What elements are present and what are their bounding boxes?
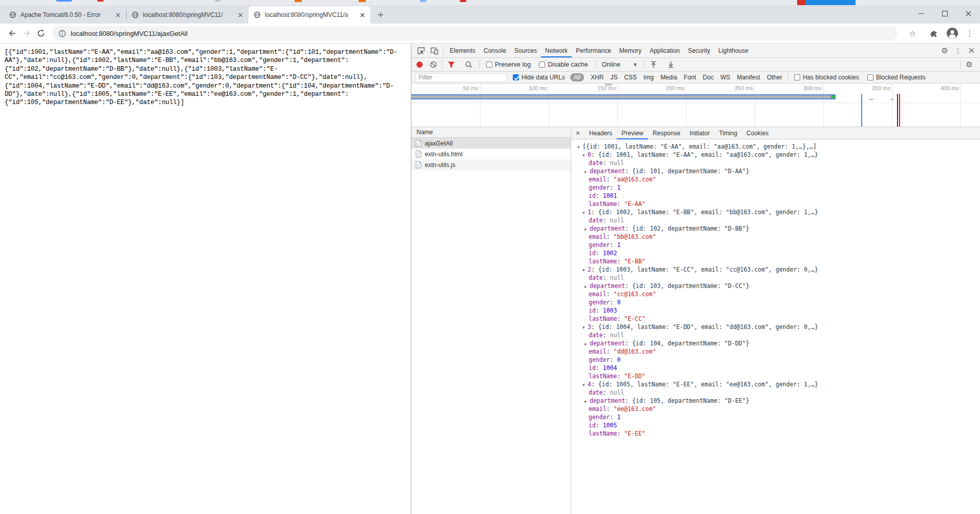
- tree-prop-gender[interactable]: gender: 1: [571, 183, 980, 192]
- browser-tab-tomcat-error[interactable]: Apache Tomcat/8.0.50 - Error: [4, 6, 126, 24]
- window-close-button[interactable]: [956, 5, 980, 22]
- tree-prop-date[interactable]: date: null: [571, 274, 980, 282]
- throttling-dropdown[interactable]: Online ▼: [602, 61, 637, 68]
- expand-triangle-icon[interactable]: ▸: [585, 168, 590, 176]
- new-tab-button[interactable]: [373, 8, 388, 22]
- devtools-tab-network[interactable]: Network: [541, 44, 572, 57]
- clear-network-log-icon[interactable]: [427, 58, 440, 71]
- tree-prop-date[interactable]: date: null: [571, 331, 980, 339]
- expand-triangle-icon[interactable]: ▾: [582, 381, 588, 389]
- expand-triangle-icon[interactable]: ▸: [585, 282, 590, 291]
- tree-prop-lastname[interactable]: lastName: "E-DD": [571, 372, 980, 380]
- timeline-selection-grip[interactable]: [604, 84, 613, 86]
- tree-prop-lastname[interactable]: lastName: "E-CC": [571, 315, 980, 323]
- detail-tab-response[interactable]: Response: [648, 127, 685, 139]
- tree-prop-id[interactable]: id: 1003: [571, 306, 980, 315]
- network-settings-gear-icon[interactable]: ⚙: [963, 58, 976, 71]
- browser-tab-ajaxgetall-active[interactable]: localhost:8080/springMVC11/a: [248, 6, 370, 24]
- tree-root-row[interactable]: ▾[{id: 1001, lastName: "E-AA", email: "a…: [571, 142, 980, 151]
- expand-triangle-icon[interactable]: ▾: [582, 209, 588, 217]
- preserve-log-checkbox[interactable]: [486, 61, 492, 68]
- tree-prop-id[interactable]: id: 1004: [571, 364, 980, 372]
- inspect-element-icon[interactable]: [414, 44, 428, 57]
- search-icon[interactable]: [462, 58, 475, 71]
- forward-button[interactable]: [19, 26, 34, 40]
- tree-index-row-1[interactable]: ▾1: {id: 1002, lastName: "E-BB", email: …: [571, 208, 980, 216]
- tree-prop-id[interactable]: id: 1002: [571, 249, 980, 257]
- tree-index-row-4[interactable]: ▾4: {id: 1005, lastName: "E-EE", email: …: [571, 380, 980, 388]
- filter-input[interactable]: [415, 73, 507, 82]
- expand-triangle-icon[interactable]: ▸: [585, 397, 590, 405]
- tab-close-icon[interactable]: [358, 11, 366, 19]
- request-row-extn-utils.html[interactable]: extn-utils.html: [411, 149, 571, 159]
- filter-type-js[interactable]: JS: [610, 74, 617, 81]
- tab-close-icon[interactable]: [114, 11, 122, 19]
- devtools-tab-application[interactable]: Application: [645, 44, 684, 57]
- expand-triangle-icon[interactable]: ▸: [585, 340, 590, 348]
- tree-prop-department[interactable]: ▸department: {id: 103, departmentName: "…: [571, 282, 980, 290]
- reload-button[interactable]: [34, 26, 48, 40]
- filter-type-manifest[interactable]: Manifest: [737, 74, 760, 81]
- devtools-menu-icon[interactable]: ⋮: [951, 44, 965, 57]
- filter-type-all[interactable]: All: [570, 73, 584, 81]
- filter-type-img[interactable]: Img: [643, 74, 654, 81]
- extensions-puzzle-icon[interactable]: [927, 26, 941, 40]
- window-maximize-button[interactable]: [933, 5, 956, 22]
- record-network-log-icon[interactable]: [416, 61, 423, 68]
- filter-type-ws[interactable]: WS: [720, 74, 730, 81]
- detail-tab-timing[interactable]: Timing: [714, 127, 742, 139]
- browser-menu-icon[interactable]: ⋮: [963, 26, 977, 40]
- tree-prop-department[interactable]: ▸department: {id: 101, departmentName: "…: [571, 167, 980, 175]
- tree-index-row-3[interactable]: ▾3: {id: 1004, lastName: "E-DD", email: …: [571, 323, 980, 331]
- detail-tab-cookies[interactable]: Cookies: [742, 127, 773, 139]
- devtools-settings-gear-icon[interactable]: ⚙: [938, 44, 951, 57]
- tree-prop-id[interactable]: id: 1001: [571, 192, 980, 200]
- request-row-ajaxGetAll[interactable]: ajaxGetAll: [411, 138, 571, 149]
- device-toolbar-icon[interactable]: [428, 44, 441, 57]
- tab-close-icon[interactable]: [236, 11, 244, 19]
- timeline-selected-window-bar[interactable]: [411, 94, 836, 99]
- has-blocked-cookies-checkbox[interactable]: [794, 74, 800, 80]
- hide-data-urls-checkbox[interactable]: [513, 74, 519, 80]
- tree-prop-gender[interactable]: gender: 1: [571, 413, 980, 421]
- tree-prop-date[interactable]: date: null: [571, 388, 980, 397]
- filter-type-font[interactable]: Font: [684, 74, 696, 81]
- expand-triangle-icon[interactable]: ▾: [582, 323, 588, 332]
- devtools-tab-memory[interactable]: Memory: [615, 44, 645, 57]
- detail-tab-initiator[interactable]: Initiator: [685, 127, 714, 139]
- filter-type-css[interactable]: CSS: [624, 74, 637, 81]
- filter-type-doc[interactable]: Doc: [703, 74, 714, 81]
- back-button[interactable]: [5, 26, 19, 40]
- requests-name-column-header[interactable]: Name: [411, 127, 571, 138]
- tree-prop-lastname[interactable]: lastName: "E-BB": [571, 257, 980, 265]
- tree-index-row-2[interactable]: ▾2: {id: 1003, lastName: "E-CC", email: …: [571, 265, 980, 274]
- window-minimize-button[interactable]: [909, 5, 933, 22]
- export-har-icon[interactable]: [664, 58, 677, 71]
- tree-prop-department[interactable]: ▸department: {id: 105, departmentName: "…: [571, 397, 980, 405]
- devtools-close-icon[interactable]: [965, 44, 978, 57]
- tree-prop-gender[interactable]: gender: 1: [571, 241, 980, 249]
- import-har-icon[interactable]: [647, 58, 660, 71]
- tree-prop-gender[interactable]: gender: 0: [571, 356, 980, 364]
- devtools-tab-console[interactable]: Console: [479, 44, 510, 57]
- devtools-tab-lighthouse[interactable]: Lighthouse: [714, 44, 753, 57]
- filter-type-xhr[interactable]: XHR: [591, 74, 603, 81]
- expand-triangle-icon[interactable]: ▾: [577, 143, 582, 151]
- expand-triangle-icon[interactable]: ▾: [582, 151, 588, 159]
- address-bar[interactable]: localhost:8080/springMVC11/ajaxGetAll: [52, 26, 898, 40]
- tree-prop-lastname[interactable]: lastName: "E-AA": [571, 200, 980, 208]
- devtools-tab-sources[interactable]: Sources: [510, 44, 541, 57]
- network-overview-timeline[interactable]: 50 ms100 ms150 ms200 ms250 ms300 ms350 m…: [411, 84, 980, 127]
- profile-avatar[interactable]: [945, 26, 960, 40]
- filter-funnel-icon[interactable]: [445, 58, 458, 71]
- devtools-tab-security[interactable]: Security: [684, 44, 714, 57]
- tree-prop-email[interactable]: email: "aa@163.com": [571, 175, 980, 183]
- tree-prop-date[interactable]: date: null: [571, 216, 980, 224]
- filter-type-media[interactable]: Media: [660, 74, 677, 81]
- tree-prop-date[interactable]: date: null: [571, 159, 980, 167]
- devtools-tab-elements[interactable]: Elements: [446, 44, 479, 57]
- detail-tab-headers[interactable]: Headers: [585, 127, 617, 139]
- tree-prop-email[interactable]: email: "cc@163.com": [571, 290, 980, 298]
- detail-close-icon[interactable]: ✕: [571, 127, 585, 139]
- tree-index-row-0[interactable]: ▾0: {id: 1001, lastName: "E-AA", email: …: [571, 151, 980, 159]
